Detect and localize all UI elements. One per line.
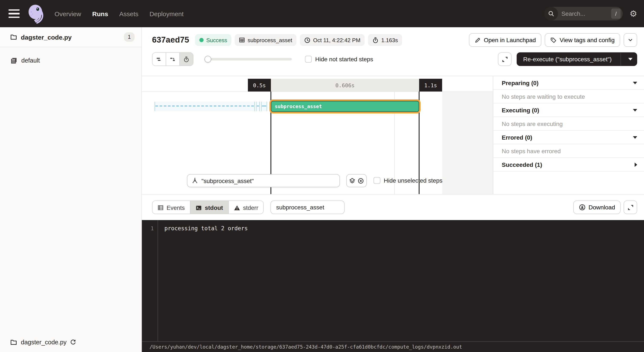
sidebar: dagster_code.py 1 default dagster_code.p… <box>0 27 142 352</box>
flat-view-icon <box>156 56 162 62</box>
gear-icon[interactable]: ⚙ <box>630 9 637 18</box>
run-header-buttons: Open in Launchpad View tags and config <box>469 33 637 47</box>
run-id: 637aed75 <box>152 35 189 45</box>
search-placeholder: Search... <box>561 10 611 17</box>
section-message: No steps are waiting to execute <box>502 93 585 100</box>
footer-repo-name: dagster_code.py <box>21 339 66 346</box>
open-in-launchpad-label: Open in Launchpad <box>484 37 536 43</box>
table-icon <box>239 37 245 43</box>
step-panel-message: No steps have errored <box>493 144 644 158</box>
section-message: No steps have errored <box>502 147 561 154</box>
view-mode-waterfall-button[interactable] <box>166 53 179 65</box>
hide-not-started-label: Hide not started steps <box>315 56 373 62</box>
log-line-number: 1 <box>142 226 154 232</box>
job-name: default <box>21 57 40 64</box>
op-selector-icon <box>192 177 198 184</box>
view-mode-flat-button[interactable] <box>152 53 166 65</box>
chevron-down-icon <box>633 136 637 139</box>
log-actions: Download <box>573 200 637 214</box>
sidebar-item-default-job[interactable]: default <box>0 53 142 68</box>
search-icon <box>544 7 558 20</box>
reload-repo-button[interactable] <box>70 339 76 346</box>
timestamp-badge: Oct 11, 4:22:42 PM <box>300 34 364 46</box>
log-step-selector-value: subprocess_asset <box>276 204 324 211</box>
job-icon <box>10 57 18 64</box>
slider-track <box>204 58 292 60</box>
sidebar-repo-header[interactable]: dagster_code.py 1 <box>0 27 142 47</box>
layers-icon[interactable] <box>348 177 356 184</box>
step-panel-section-header[interactable]: Errored (0) <box>493 131 644 144</box>
log-viewer[interactable]: 1 processing total 2 orders <box>142 220 644 341</box>
selection-end-time-badge: 1.1s <box>419 79 442 91</box>
nav-item-deployment[interactable]: Deployment <box>150 10 184 17</box>
selection-start-time-badge: 0.5s <box>248 79 271 91</box>
gantt-step-bar-subprocess-asset[interactable]: subprocess_asset <box>271 101 419 112</box>
gantt-chart[interactable]: 0.5s 0.606s 1.1s subprocess_asset <box>142 76 493 194</box>
reexecute-button[interactable]: Re-execute ("subprocess_asset") <box>517 52 637 66</box>
main-content: 637aed75 Success subprocess_a <box>142 27 644 352</box>
view-mode-timed-button[interactable] <box>179 53 193 65</box>
hide-not-started-checkbox[interactable] <box>305 56 312 62</box>
asset-badge[interactable]: subprocess_asset <box>235 34 297 46</box>
duration-badge: 1.163s <box>368 34 402 46</box>
gantt-filter-row: "subprocess_asset" <box>142 174 493 187</box>
nav-item-runs[interactable]: Runs <box>92 10 108 17</box>
clock-icon <box>304 37 310 43</box>
log-step-selector[interactable]: subprocess_asset <box>271 200 345 214</box>
download-label: Download <box>588 204 615 211</box>
gantt-fullscreen-button[interactable] <box>498 52 512 66</box>
view-tags-config-button[interactable]: View tags and config <box>545 33 620 47</box>
top-nav: Overview Runs Assets Deployment Search..… <box>0 0 644 27</box>
button-divider <box>620 53 621 65</box>
tab-stdout[interactable]: stdout <box>190 201 228 214</box>
hide-unselected-checkbox[interactable] <box>374 177 380 184</box>
tab-events[interactable]: Events <box>152 201 190 214</box>
gantt-zoom-slider[interactable] <box>204 56 292 62</box>
open-in-launchpad-button[interactable]: Open in Launchpad <box>469 33 541 47</box>
gantt-section: 0.5s 0.606s 1.1s subprocess_asset <box>142 76 644 195</box>
hamburger-menu-icon[interactable] <box>8 9 20 18</box>
gantt-view-mode-group <box>152 52 193 66</box>
nav-item-assets[interactable]: Assets <box>119 10 138 17</box>
search-shortcut-key: / <box>611 8 620 19</box>
chevron-down-icon <box>628 37 633 43</box>
nav-item-overview[interactable]: Overview <box>54 10 81 17</box>
section-title: Errored (0) <box>502 134 532 141</box>
step-panel-section-header[interactable]: Preparing (0) <box>493 76 644 90</box>
hide-unselected-label: Hide unselected steps <box>384 177 442 184</box>
sidebar-footer: dagster_code.py <box>0 335 142 350</box>
selection-duration-label: 0.606s <box>271 79 419 91</box>
folder-icon <box>10 339 17 346</box>
view-tags-config-label: View tags and config <box>560 37 614 43</box>
section-message: No steps are executing <box>502 120 563 127</box>
step-panel-section-header[interactable]: Executing (0) <box>493 103 644 117</box>
page-body: dagster_code.py 1 default dagster_code.p… <box>0 27 644 352</box>
queued-marker-segment <box>261 102 267 111</box>
warning-icon <box>234 205 240 211</box>
reexecute-label: Re-execute ("subprocess_asset") <box>517 56 618 62</box>
tab-stderr-label: stderr <box>243 204 258 211</box>
step-filter-input[interactable]: "subprocess_asset" <box>187 174 340 187</box>
run-title-row: 637aed75 Success subprocess_a <box>152 33 637 47</box>
log-fullscreen-button[interactable] <box>624 200 637 214</box>
section-title: Succeeded (1) <box>502 161 542 168</box>
download-button[interactable]: Download <box>573 200 620 214</box>
slider-thumb[interactable] <box>204 56 211 62</box>
status-label: Success <box>206 37 227 43</box>
gantt-header-divider <box>142 91 493 92</box>
step-panel-section-header[interactable]: Succeeded (1) <box>493 158 644 172</box>
caret-down-icon <box>628 58 632 60</box>
clear-selection-icon[interactable] <box>358 177 364 184</box>
table-icon <box>158 205 164 211</box>
step-status-panel: Preparing (0) No steps are waiting to ex… <box>493 76 644 194</box>
reexecute-dropdown-button[interactable] <box>624 58 637 60</box>
step-filter-value: "subprocess_asset" <box>202 177 254 184</box>
search-input[interactable]: Search... / <box>544 7 623 20</box>
status-badge: Success <box>195 34 231 46</box>
tab-stderr[interactable]: stderr <box>228 201 264 214</box>
dagster-logo[interactable] <box>26 3 45 24</box>
log-file-path: /Users/yuhan/dev/local/dagster_home/stor… <box>150 344 462 350</box>
pencil-icon <box>474 37 481 43</box>
run-header-more-button[interactable] <box>624 33 637 47</box>
log-tab-group: Events stdout <box>152 200 264 214</box>
